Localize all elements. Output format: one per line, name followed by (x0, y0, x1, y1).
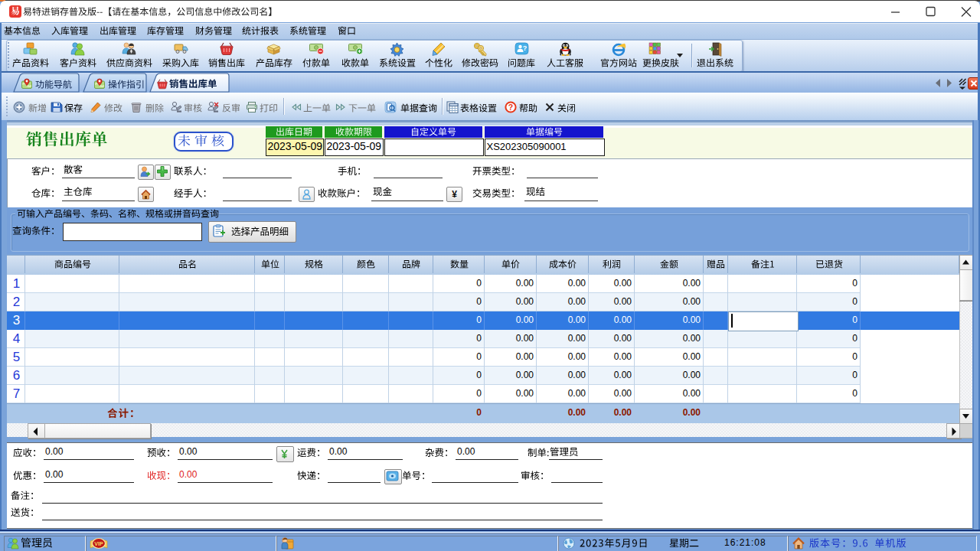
svg-text:?: ? (522, 44, 527, 52)
svg-text:VIP: VIP (94, 541, 103, 546)
svg-text:?: ? (508, 103, 513, 112)
